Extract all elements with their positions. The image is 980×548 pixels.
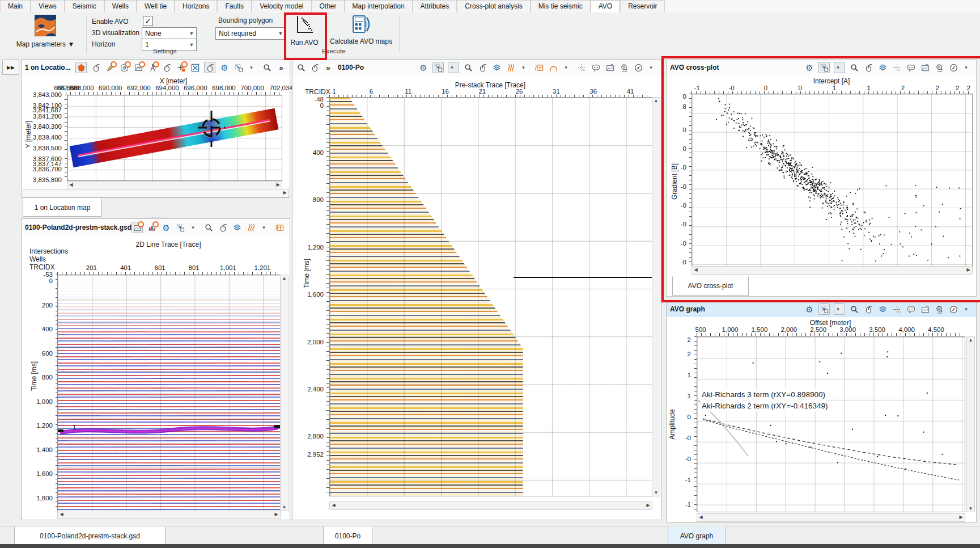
- menu-tab[interactable]: Views: [31, 0, 65, 12]
- crosshair-icon[interactable]: [892, 62, 902, 73]
- menu-tab[interactable]: Seismic: [65, 0, 104, 12]
- layers-icon[interactable]: [232, 222, 242, 233]
- magnifier-icon[interactable]: [296, 62, 306, 73]
- prestack-vertical-scrollbar[interactable]: ▲ ▼: [652, 97, 660, 496]
- dropdown-caret-icon[interactable]: ▾: [647, 62, 657, 73]
- mouse-pan-icon[interactable]: [162, 62, 172, 73]
- image-display-icon[interactable]: [131, 222, 143, 233]
- tab-avo-crossplot[interactable]: AVO cross-plot: [672, 276, 749, 296]
- stack-vertical-scrollbar[interactable]: ▲ ▼: [280, 275, 289, 511]
- scroll-left-arrow[interactable]: ◀: [692, 267, 699, 273]
- dropdown-caret-icon[interactable]: ▾: [260, 222, 270, 233]
- waves-icon[interactable]: [246, 222, 256, 233]
- scroll-down-arrow[interactable]: ▼: [967, 505, 974, 512]
- scroll-down-arrow[interactable]: ▼: [281, 504, 288, 511]
- mouse-icon[interactable]: [863, 62, 873, 73]
- menu-tab[interactable]: Horizons: [175, 0, 217, 12]
- add-point-icon[interactable]: [176, 62, 186, 73]
- dropdown-caret-icon[interactable]: ▾: [520, 62, 530, 73]
- source-pick-icon[interactable]: [147, 62, 158, 73]
- menu-tab[interactable]: Cross-plot analysis: [457, 0, 530, 12]
- run-avo-button[interactable]: Run AVO: [287, 15, 322, 47]
- dropdown-caret-icon[interactable]: ▾: [962, 304, 973, 314]
- gear-icon[interactable]: ⚙: [804, 304, 814, 314]
- scroll-right-arrow[interactable]: ▶: [965, 267, 972, 273]
- layers-icon[interactable]: [877, 62, 888, 73]
- prestack-horizontal-scrollbar[interactable]: ◀ ▶: [329, 501, 652, 510]
- magnifier-icon[interactable]: [849, 304, 859, 314]
- gear-icon[interactable]: ⚙: [804, 62, 814, 73]
- prestack-gather-plot[interactable]: [329, 97, 652, 496]
- location-map-plot[interactable]: [67, 95, 282, 181]
- mouse-mode-icon[interactable]: [204, 62, 215, 73]
- menu-tab[interactable]: Other: [312, 0, 345, 12]
- mouse-icon[interactable]: [863, 304, 873, 314]
- grid-icon[interactable]: [534, 62, 544, 73]
- expand-selection-icon[interactable]: [234, 62, 244, 73]
- gear-icon[interactable]: ⚙: [418, 62, 429, 73]
- stack-horizontal-scrollbar[interactable]: ◀ ▶: [57, 511, 281, 519]
- dropdown-caret-icon[interactable]: ▾: [448, 62, 459, 73]
- menu-tab[interactable]: Map interpolation: [345, 0, 413, 12]
- comment-icon[interactable]: [906, 62, 916, 73]
- tab-avo-graph[interactable]: AVO graph: [668, 526, 726, 546]
- menu-tab[interactable]: Attributes: [413, 0, 457, 12]
- expand-selection-icon[interactable]: [818, 62, 830, 73]
- crossplot-horizontal-scrollbar[interactable]: ◀ ▶: [691, 266, 973, 275]
- grid-icon[interactable]: [274, 222, 285, 233]
- crosshair-icon[interactable]: [576, 62, 587, 73]
- waves-icon[interactable]: [506, 62, 516, 73]
- mouse-icon[interactable]: [477, 62, 487, 73]
- compass-icon[interactable]: [948, 62, 958, 73]
- image-export-icon[interactable]: [920, 304, 930, 314]
- mouse-icon[interactable]: [218, 222, 228, 233]
- calculate-avo-maps-button[interactable]: Calculate AVO maps: [328, 15, 394, 45]
- magnifier-icon[interactable]: [262, 62, 272, 73]
- pick-edit-icon[interactable]: [105, 62, 115, 73]
- clear-selection-icon[interactable]: [190, 62, 200, 73]
- crosshair-icon[interactable]: [892, 304, 902, 314]
- avo-graph-plot[interactable]: Aki-Richards 3 term (rXY=0.898900) Aki-R…: [697, 336, 965, 512]
- dropdown-caret-icon[interactable]: ▾: [562, 62, 572, 73]
- scroll-left-arrow[interactable]: ◀: [58, 511, 65, 517]
- mouse-icon[interactable]: [309, 62, 320, 73]
- polygon-fill-icon[interactable]: [75, 62, 87, 73]
- image-export-icon[interactable]: [605, 62, 615, 73]
- dropdown-caret-icon[interactable]: ▾: [962, 62, 973, 73]
- menu-tab[interactable]: Well tie: [137, 0, 175, 12]
- tab-location-map[interactable]: 1 on Location map: [23, 198, 102, 217]
- stack-seismic-plot[interactable]: 1: [57, 275, 281, 511]
- zoom-ring-icon[interactable]: [934, 304, 944, 314]
- magnifier-icon[interactable]: [849, 62, 859, 73]
- trace-display-icon[interactable]: [147, 222, 157, 233]
- tab-line-stack-document[interactable]: 0100-Poland2d-prestm-stack.gsd: [14, 526, 166, 546]
- avo-graph-vertical-scrollbar[interactable]: ▲ ▼: [966, 336, 975, 512]
- panel-horizontal-scrollbar[interactable]: ▶: [23, 189, 289, 197]
- layers-icon[interactable]: [491, 62, 502, 73]
- dropdown-caret-icon[interactable]: ▾: [248, 62, 258, 73]
- enable-avo-checkbox[interactable]: ✓: [143, 16, 153, 26]
- overflow-chevrons-icon[interactable]: »: [276, 62, 286, 73]
- scroll-up-arrow[interactable]: ▲: [281, 275, 288, 281]
- menu-tab[interactable]: Reservoir: [620, 0, 665, 12]
- bounding-polygon-dropdown[interactable]: Not required ▼: [215, 27, 286, 40]
- menu-tab[interactable]: Mis tie seismic: [531, 0, 591, 12]
- magnifier-icon[interactable]: [203, 222, 214, 233]
- chart-pick-icon[interactable]: [133, 62, 143, 73]
- scroll-left-arrow[interactable]: ◀: [330, 502, 337, 508]
- scroll-right-arrow[interactable]: ▶: [644, 502, 652, 508]
- avo-graph-horizontal-scrollbar[interactable]: ◀ ▶: [697, 513, 965, 522]
- menu-tab[interactable]: Main: [0, 0, 31, 12]
- zoom-ring-icon[interactable]: [619, 62, 629, 73]
- menu-tab[interactable]: AVO: [591, 0, 620, 12]
- dropdown-caret-icon[interactable]: ▾: [834, 62, 845, 73]
- map-parameters-button[interactable]: Map parameters ▼: [8, 15, 83, 48]
- expand-selection-icon[interactable]: [818, 303, 830, 315]
- comment-icon[interactable]: [591, 62, 601, 73]
- scroll-right-arrow[interactable]: ▶: [273, 511, 280, 517]
- sidebar-expander-button[interactable]: ▶▶: [2, 60, 19, 75]
- visualization-dropdown[interactable]: None ▼: [142, 27, 197, 40]
- mouse-select-icon[interactable]: [91, 62, 101, 73]
- compass-icon[interactable]: [633, 62, 643, 73]
- scroll-up-arrow[interactable]: ▲: [967, 337, 974, 343]
